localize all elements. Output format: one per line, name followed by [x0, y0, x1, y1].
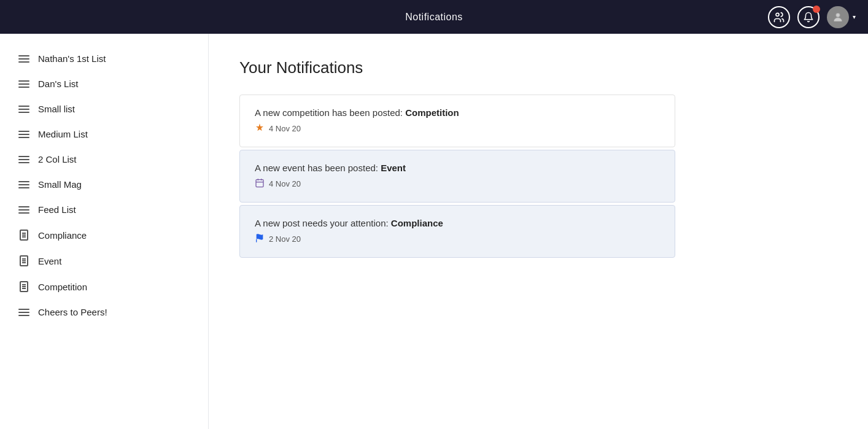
- notification-text: A new post needs your attention: Complia…: [255, 218, 660, 228]
- list-icon: [18, 55, 29, 63]
- doc-icon: [18, 255, 29, 266]
- main-content: Your Notifications A new competition has…: [209, 34, 868, 429]
- list-icon: [18, 156, 29, 163]
- header-title: Notifications: [405, 12, 463, 23]
- list-icon: [18, 106, 29, 113]
- notification-card-notif-event[interactable]: A new event has been posted: Event 4 Nov…: [239, 150, 675, 203]
- sidebar-item-feed-list[interactable]: Feed List: [0, 197, 208, 222]
- doc-icon: [18, 230, 29, 241]
- notification-subject: Competition: [405, 107, 459, 118]
- notification-date: 4 Nov 20: [269, 124, 301, 133]
- sidebar-item-medium-list[interactable]: Medium List: [0, 122, 208, 147]
- sidebar-item-competition[interactable]: Competition: [0, 274, 208, 300]
- sidebar-item-label: Dan's List: [38, 79, 78, 89]
- sidebar-item-2-col-list[interactable]: 2 Col List: [0, 147, 208, 172]
- notification-date: 4 Nov 20: [269, 179, 301, 188]
- sidebar-item-compliance[interactable]: Compliance: [0, 222, 208, 248]
- people-icon-button[interactable]: [768, 6, 790, 28]
- bell-icon-button[interactable]: [797, 6, 820, 28]
- notification-meta: 2 Nov 20: [255, 233, 660, 245]
- notification-text: A new event has been posted: Event: [255, 163, 660, 173]
- notification-meta: 4 Nov 20: [255, 178, 660, 190]
- notification-text: A new competition has been posted: Compe…: [255, 107, 660, 118]
- sidebar-item-small-list[interactable]: Small list: [0, 96, 208, 122]
- page-title: Your Notifications: [239, 58, 837, 77]
- sidebar-item-label: Compliance: [38, 230, 87, 241]
- competition-icon: [255, 123, 265, 133]
- notification-card-notif-compliance[interactable]: A new post needs your attention: Complia…: [239, 205, 675, 258]
- sidebar-item-dans-list[interactable]: Dan's List: [0, 71, 208, 96]
- header-icons: ▾: [768, 6, 856, 28]
- sidebar-item-cheers-to-peers[interactable]: Cheers to Peers!: [0, 300, 208, 325]
- svg-rect-2: [256, 180, 263, 187]
- notification-subject: Event: [381, 163, 406, 173]
- competition-icon: [255, 123, 265, 134]
- sidebar-item-label: Competition: [38, 282, 87, 292]
- list-icon: [18, 80, 29, 88]
- avatar-caret-icon: ▾: [853, 14, 856, 20]
- event-icon: [255, 178, 265, 190]
- list-icon: [18, 131, 29, 138]
- list-icon: [18, 181, 29, 188]
- app-header: Notifications ▾: [0, 0, 868, 34]
- avatar-button[interactable]: ▾: [827, 6, 856, 28]
- sidebar-item-label: Cheers to Peers!: [38, 307, 107, 317]
- sidebar-item-label: Medium List: [38, 129, 88, 139]
- sidebar-item-label: Event: [38, 256, 61, 266]
- doc-icon: [18, 281, 29, 292]
- notification-date: 2 Nov 20: [269, 234, 301, 244]
- notification-badge: [813, 6, 820, 13]
- avatar: [827, 6, 849, 28]
- notification-card-notif-competition[interactable]: A new competition has been posted: Compe…: [239, 95, 675, 147]
- notification-subject: Compliance: [391, 218, 443, 228]
- svg-point-1: [836, 13, 840, 17]
- svg-point-0: [776, 13, 779, 16]
- sidebar-item-nathans-1st-list[interactable]: Nathan's 1st List: [0, 46, 208, 71]
- sidebar-item-label: Nathan's 1st List: [38, 53, 106, 64]
- calendar-icon: [255, 178, 265, 188]
- sidebar-item-label: Small list: [38, 104, 75, 114]
- sidebar-item-label: Small Mag: [38, 179, 82, 190]
- sidebar-item-label: 2 Col List: [38, 154, 77, 164]
- sidebar-item-small-mag[interactable]: Small Mag: [0, 172, 208, 197]
- sidebar: Nathan's 1st List Dan's List Small list …: [0, 34, 209, 429]
- compliance-icon: [255, 233, 265, 245]
- flag-icon: [255, 233, 265, 243]
- sidebar-item-label: Feed List: [38, 204, 76, 215]
- sidebar-item-event[interactable]: Event: [0, 248, 208, 274]
- list-icon: [18, 309, 29, 316]
- notifications-list: A new competition has been posted: Compe…: [239, 95, 837, 258]
- list-icon: [18, 206, 29, 214]
- main-layout: Nathan's 1st List Dan's List Small list …: [0, 34, 868, 429]
- notification-meta: 4 Nov 20: [255, 123, 660, 134]
